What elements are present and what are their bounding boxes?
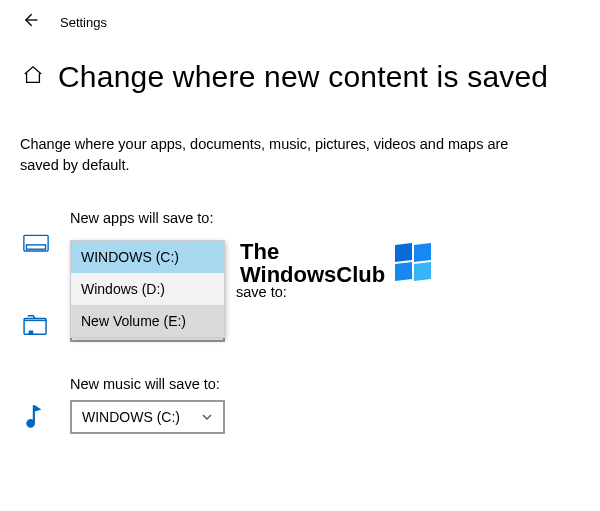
drive-option[interactable]: Windows (D:) [71,273,224,305]
back-icon[interactable] [20,10,40,34]
svg-rect-1 [26,245,45,249]
page-description: Change where your apps, documents, music… [0,104,560,176]
music-icon [22,403,50,431]
apps-drive-dropdown-list[interactable]: WINDOWS (C:) Windows (D:) New Volume (E:… [70,240,225,338]
apps-save-label: New apps will save to: [70,210,600,226]
watermark-text: The WindowsClub [240,240,385,286]
watermark-line1: The [240,240,385,263]
music-drive-select[interactable]: WINDOWS (C:) [70,400,225,434]
drive-option[interactable]: New Volume (E:) [71,305,224,337]
watermark-line2: WindowsClub [240,263,385,286]
documents-icon [22,314,50,336]
watermark: The WindowsClub [240,240,433,286]
page-title: Change where new content is saved [58,60,548,94]
drive-option[interactable]: WINDOWS (C:) [71,241,224,273]
music-save-label: New music will save to: [70,376,600,392]
app-name: Settings [60,15,107,30]
chevron-down-icon [201,411,213,423]
home-icon[interactable] [22,64,44,90]
music-drive-value: WINDOWS (C:) [82,409,180,425]
windows-logo-icon [395,244,433,282]
apps-icon [22,234,50,254]
